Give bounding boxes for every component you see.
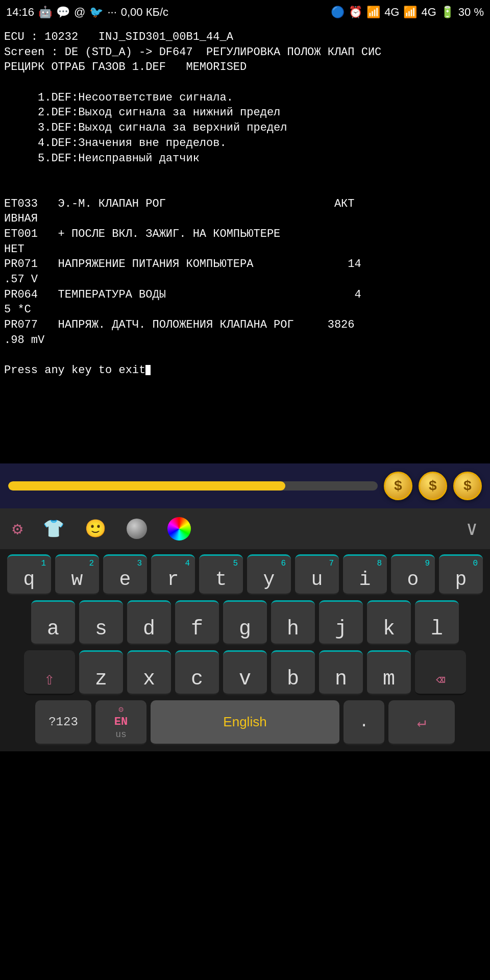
- terminal-screen: ECU : 10232 INJ_SID301_00B1_44_A Screen …: [0, 24, 490, 463]
- emoji-icon[interactable]: 🙂: [85, 518, 106, 540]
- letter-u: u: [311, 570, 323, 590]
- space-key[interactable]: English: [151, 700, 339, 745]
- num-switch-label: ?123: [48, 715, 78, 729]
- key-l[interactable]: l: [415, 600, 459, 645]
- signal-icon: 📶: [366, 6, 380, 19]
- dots-icon: ···: [107, 6, 116, 19]
- key-f[interactable]: f: [175, 600, 219, 645]
- num-hint-r: 4: [185, 559, 190, 568]
- key-e[interactable]: 3e: [103, 554, 147, 595]
- ad-bar: $ $ $: [0, 463, 490, 508]
- letter-a: a: [47, 619, 59, 640]
- bluetooth-icon: 🔵: [331, 6, 345, 19]
- 4g-label: 4G: [384, 6, 399, 19]
- coin-2[interactable]: $: [419, 472, 447, 500]
- letter-c: c: [191, 669, 203, 690]
- key-i[interactable]: 8i: [343, 554, 387, 595]
- num-hint-o: 9: [425, 559, 430, 568]
- letter-d: d: [143, 619, 155, 640]
- key-c[interactable]: c: [175, 650, 219, 695]
- backspace-key[interactable]: ⌫: [415, 650, 466, 695]
- key-n[interactable]: n: [319, 650, 363, 695]
- shift-icon: ⇧: [44, 668, 55, 690]
- num-hint-e: 3: [137, 559, 142, 568]
- letter-q: q: [23, 570, 35, 590]
- status-bar: 14:16 🤖 💬 @ 🐦 ··· 0,00 КБ/с 🔵 ⏰ 📶 4G 📶 4…: [0, 0, 490, 24]
- coin-3[interactable]: $: [453, 472, 482, 500]
- num-switch-key[interactable]: ?123: [35, 700, 91, 745]
- num-hint-q: 1: [41, 559, 46, 568]
- progress-fill: [8, 481, 285, 491]
- letter-b: b: [287, 669, 299, 690]
- enter-icon: ↵: [417, 713, 426, 731]
- ball-icon[interactable]: [127, 519, 147, 539]
- key-u[interactable]: 7u: [295, 554, 339, 595]
- space-label: English: [223, 714, 266, 730]
- letter-f: f: [191, 619, 203, 640]
- num-hint-i: 8: [377, 559, 382, 568]
- key-d[interactable]: d: [127, 600, 171, 645]
- key-y[interactable]: 6y: [247, 554, 291, 595]
- letter-t: t: [215, 570, 227, 590]
- key-r[interactable]: 4r: [151, 554, 195, 595]
- battery-icon: 🔋: [440, 6, 454, 19]
- backspace-icon: ⌫: [436, 671, 445, 690]
- letter-l: l: [431, 619, 443, 640]
- 4g2-label: 4G: [421, 6, 436, 19]
- lang-code: EN: [114, 716, 128, 728]
- speed-display: 0,00 КБ/с: [121, 6, 168, 19]
- letter-y: y: [263, 570, 275, 590]
- letter-i: i: [359, 570, 371, 590]
- key-x[interactable]: x: [127, 650, 171, 695]
- time-display: 14:16: [6, 6, 34, 19]
- twitter-icon: 🐦: [89, 6, 103, 19]
- letter-m: m: [383, 669, 395, 690]
- at-icon: @: [74, 6, 85, 19]
- lang-key-inner: ⚙ EN us: [114, 704, 128, 740]
- key-a[interactable]: a: [31, 600, 75, 645]
- key-g[interactable]: g: [223, 600, 267, 645]
- key-m[interactable]: m: [367, 650, 411, 695]
- alarm-icon: ⏰: [349, 6, 362, 19]
- letter-k: k: [383, 619, 395, 640]
- key-z[interactable]: z: [79, 650, 123, 695]
- letter-h: h: [287, 619, 299, 640]
- key-t[interactable]: 5t: [199, 554, 243, 595]
- key-p[interactable]: 0p: [439, 554, 483, 595]
- keyboard-action-row: ?123 ⚙ EN us English . ↵: [2, 700, 488, 745]
- battery-percent: 30 %: [458, 6, 484, 19]
- key-v[interactable]: v: [223, 650, 267, 695]
- gear-icon[interactable]: ⚙: [12, 518, 22, 540]
- coin-1[interactable]: $: [384, 472, 412, 500]
- key-h[interactable]: h: [271, 600, 315, 645]
- letter-o: o: [407, 570, 419, 590]
- android-icon: 🤖: [38, 6, 52, 19]
- status-right: 🔵 ⏰ 📶 4G 📶 4G 🔋 30 %: [331, 6, 484, 19]
- status-left: 14:16 🤖 💬 @ 🐦 ··· 0,00 КБ/с: [6, 6, 168, 19]
- key-s[interactable]: s: [79, 600, 123, 645]
- signal2-icon: 📶: [403, 6, 417, 19]
- num-hint-u: 7: [329, 559, 334, 568]
- key-j[interactable]: j: [319, 600, 363, 645]
- keyboard-row-1: 1q2w3e4r5t6y7u8i9o0p: [2, 554, 488, 595]
- letter-v: v: [239, 669, 251, 690]
- letter-s: s: [95, 619, 107, 640]
- letter-r: r: [167, 570, 179, 590]
- tshirt-icon[interactable]: 👕: [43, 518, 64, 540]
- enter-key[interactable]: ↵: [388, 700, 455, 745]
- key-w[interactable]: 2w: [55, 554, 99, 595]
- key-b[interactable]: b: [271, 650, 315, 695]
- key-q[interactable]: 1q: [7, 554, 51, 595]
- letter-j: j: [335, 619, 347, 640]
- shift-key[interactable]: ⇧: [24, 650, 75, 695]
- colorwheel-icon[interactable]: [167, 517, 191, 541]
- chevron-down-icon[interactable]: ∨: [466, 517, 478, 541]
- language-key[interactable]: ⚙ EN us: [95, 700, 146, 745]
- key-o[interactable]: 9o: [391, 554, 435, 595]
- letter-g: g: [239, 619, 251, 640]
- key-k[interactable]: k: [367, 600, 411, 645]
- letter-n: n: [335, 669, 347, 690]
- period-key[interactable]: .: [344, 700, 384, 745]
- letter-z: z: [95, 669, 107, 690]
- keyboard: 1q2w3e4r5t6y7u8i9o0p asdfghjkl ⇧zxcvbnm⌫…: [0, 549, 490, 751]
